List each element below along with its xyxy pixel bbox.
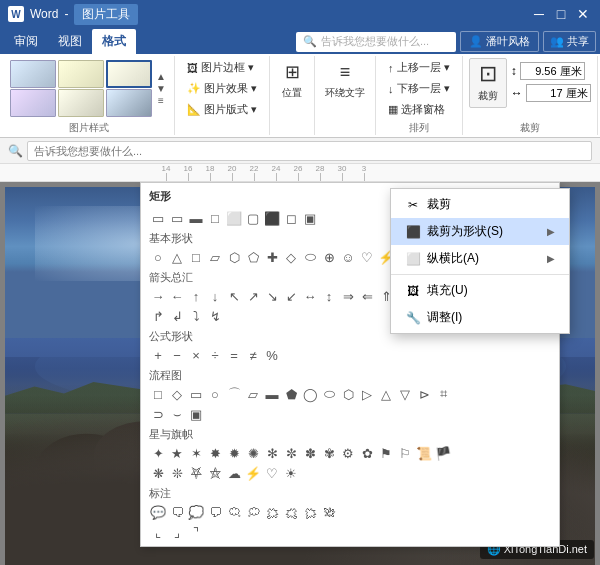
style-scroll-up[interactable]: ▲ — [154, 71, 168, 83]
arrow-corner[interactable]: ↲ — [168, 307, 186, 325]
formula-div[interactable]: ÷ — [206, 346, 224, 364]
shape-rect-9[interactable]: ▣ — [301, 209, 319, 227]
callout-line[interactable]: 🗩 — [206, 503, 224, 521]
shape-cross[interactable]: ✚ — [263, 248, 281, 266]
flow-diamond[interactable]: ◇ — [168, 385, 186, 403]
shape-rect-3[interactable]: ▬ — [187, 209, 205, 227]
select-pane-button[interactable]: ▦ 选择窗格 — [382, 100, 451, 119]
heart-badge[interactable]: ♡ — [263, 464, 281, 482]
shape-oct[interactable]: ⬠ — [244, 248, 262, 266]
star-6[interactable]: ✶ — [187, 444, 205, 462]
sun-badge[interactable]: ☀ — [282, 464, 300, 482]
banner[interactable]: 🏴 — [434, 444, 452, 462]
shape-hex[interactable]: ⬡ — [225, 248, 243, 266]
star-7[interactable]: ✸ — [206, 444, 224, 462]
flow-data[interactable]: ▱ — [244, 385, 262, 403]
callout-right[interactable]: 🗭 — [244, 503, 262, 521]
arrow-turn[interactable]: ↱ — [149, 307, 167, 325]
close-button[interactable]: ✕ — [574, 5, 592, 23]
callout-3[interactable]: ⌞ — [149, 523, 167, 541]
style-thumb-2[interactable] — [58, 60, 104, 88]
shape-rect-5[interactable]: ⬜ — [225, 209, 243, 227]
star-12[interactable]: ✻ — [263, 444, 281, 462]
star-5[interactable]: ★ — [168, 444, 186, 462]
flow-stored[interactable]: ⌗ — [434, 385, 452, 403]
star-burst[interactable]: ✾ — [320, 444, 338, 462]
style-scroll-down[interactable]: ▼ — [154, 83, 168, 95]
shape-plus[interactable]: ⊕ — [320, 248, 338, 266]
cloud-badge[interactable]: ☁ — [225, 464, 243, 482]
style-thumb-1[interactable] — [10, 60, 56, 88]
flow-round-rect[interactable]: ▭ — [187, 385, 205, 403]
flow-decision[interactable]: ⬟ — [282, 385, 300, 403]
arrow-right[interactable]: → — [149, 287, 167, 305]
arrow-up[interactable]: ↑ — [187, 287, 205, 305]
shape-rect-4[interactable]: □ — [206, 209, 224, 227]
search-bar-input[interactable] — [27, 141, 592, 161]
shape-triangle[interactable]: △ — [168, 248, 186, 266]
maximize-button[interactable]: □ — [552, 5, 570, 23]
flow-doc[interactable]: ⌒ — [225, 385, 243, 403]
flag-wave[interactable]: ⚑ — [377, 444, 395, 462]
star-seal[interactable]: ⛧ — [187, 464, 205, 482]
shape-rect-2[interactable]: ▭ — [168, 209, 186, 227]
star-ribbon[interactable]: ❋ — [149, 464, 167, 482]
callout-down[interactable]: 🗯 — [282, 503, 300, 521]
arrow-chase[interactable]: ↯ — [206, 307, 224, 325]
shape-rect-7[interactable]: ⬛ — [263, 209, 281, 227]
callout-4[interactable]: ⌟ — [168, 523, 186, 541]
scroll[interactable]: 📜 — [415, 444, 433, 462]
formula-ne[interactable]: ≠ — [244, 346, 262, 364]
style-thumb-4[interactable] — [10, 89, 56, 117]
style-expand[interactable]: ≡ — [154, 95, 168, 107]
star-16[interactable]: ✼ — [282, 444, 300, 462]
arrow-fat-l[interactable]: ⇐ — [358, 287, 376, 305]
move-down-button[interactable]: ↓ 下移一层 ▾ — [382, 79, 456, 98]
minimize-button[interactable]: ─ — [530, 5, 548, 23]
flow-delay[interactable]: ⊃ — [149, 405, 167, 423]
star-4[interactable]: ✦ — [149, 444, 167, 462]
style-thumb-5[interactable] — [58, 89, 104, 117]
shape-diamond[interactable]: ◇ — [282, 248, 300, 266]
formula-eq[interactable]: = — [225, 346, 243, 364]
share-icon-button[interactable]: 👥 共享 — [543, 31, 596, 52]
ctx-aspect-ratio[interactable]: ⬜ 纵横比(A) ▶ — [391, 245, 569, 272]
star-24[interactable]: ✽ — [301, 444, 319, 462]
callout-5[interactable]: ⌝ — [187, 523, 205, 541]
flower[interactable]: ✿ — [358, 444, 376, 462]
arrow-nw[interactable]: ↖ — [225, 287, 243, 305]
arrow-dbl-h[interactable]: ↔ — [301, 287, 319, 305]
star-pent[interactable]: ⛤ — [206, 464, 224, 482]
formula-plus[interactable]: + — [149, 346, 167, 364]
shape-rect-6[interactable]: ▢ — [244, 209, 262, 227]
ctx-crop-shape[interactable]: ⬛ 裁剪为形状(S) ▶ — [391, 218, 569, 245]
shape-rect-8[interactable]: ◻ — [282, 209, 300, 227]
crop-big-button[interactable]: ⊡ 裁剪 — [469, 58, 507, 108]
arrow-left[interactable]: ← — [168, 287, 186, 305]
flow-tape[interactable]: ⌣ — [168, 405, 186, 423]
doc-area[interactable]: 🌐 XiTongTianDi.net 矩形 ▭ ▭ ▬ □ ⬜ ▢ ⬛ ◻ ▣ … — [0, 182, 600, 565]
formula-percent[interactable]: % — [263, 346, 281, 364]
star-wave[interactable]: ❊ — [168, 464, 186, 482]
callout-cloud[interactable]: 💭 — [187, 503, 205, 521]
ctx-fill[interactable]: 🖼 填充(U) — [391, 277, 569, 304]
star-8[interactable]: ✹ — [225, 444, 243, 462]
style-thumb-6[interactable] — [106, 89, 152, 117]
flow-extract[interactable]: ▽ — [396, 385, 414, 403]
ctx-crop[interactable]: ✂ 裁剪 — [391, 191, 569, 218]
position-button[interactable]: ⊞ 位置 — [276, 58, 308, 102]
tab-view[interactable]: 视图 — [48, 29, 92, 54]
shape-heart[interactable]: ♡ — [358, 248, 376, 266]
gear[interactable]: ⚙ — [339, 444, 357, 462]
flow-internal[interactable]: ▣ — [187, 405, 205, 423]
style-thumb-3[interactable] — [106, 60, 152, 88]
callout-up[interactable]: 🗮 — [263, 503, 281, 521]
picture-border-button[interactable]: 🖼 图片边框 ▾ — [181, 58, 260, 77]
flow-manual[interactable]: ▷ — [358, 385, 376, 403]
shape-rect-1[interactable]: ▭ — [149, 209, 167, 227]
arrow-fat-r[interactable]: ⇒ — [339, 287, 357, 305]
callout-1[interactable]: 🗰 — [301, 503, 319, 521]
arrow-sw[interactable]: ↙ — [282, 287, 300, 305]
callout-rect[interactable]: 💬 — [149, 503, 167, 521]
callout-2[interactable]: 🗱 — [320, 503, 338, 521]
